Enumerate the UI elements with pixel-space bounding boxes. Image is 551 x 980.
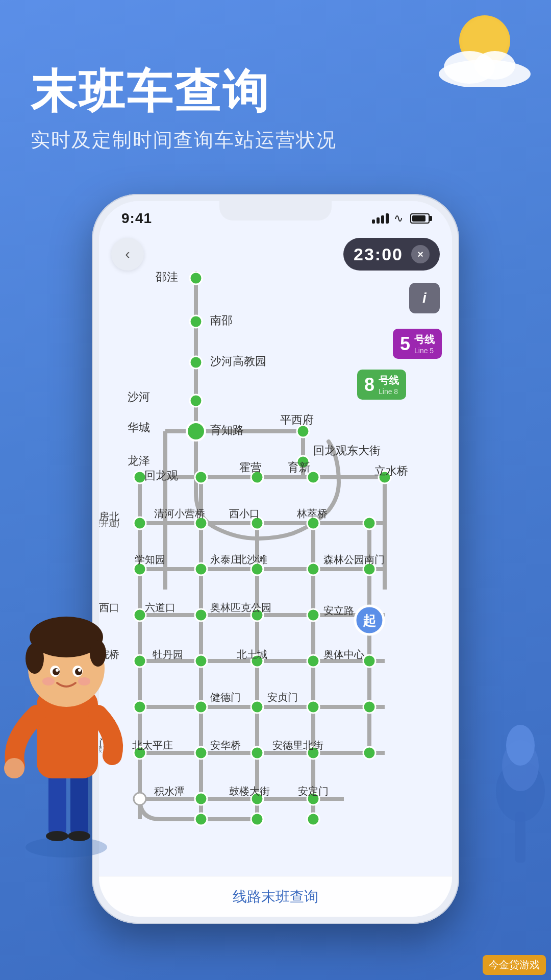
svg-text:安立路: 安立路 [323,605,354,616]
signal-bar-3 [381,215,384,224]
svg-text:西小口: 西小口 [229,508,260,519]
svg-point-94 [251,813,263,825]
svg-text:学知园: 学知园 [135,554,165,565]
status-icons: ∿ [372,212,430,225]
time-display: 23:00 [354,244,403,264]
svg-text:六道口: 六道口 [145,602,176,613]
character-illustration [0,602,133,857]
svg-text:奥体中心: 奥体中心 [323,649,364,660]
svg-point-85 [195,747,207,759]
watermark-text: 今金贷游戏 [489,959,540,970]
signal-bar-2 [377,217,380,224]
svg-point-3 [26,837,107,857]
svg-text:北土城: 北土城 [237,649,267,660]
back-button[interactable]: ‹ [111,238,144,271]
svg-point-89 [134,793,146,805]
line-5-badge[interactable]: 5 号线 Line 5 [393,329,442,359]
svg-point-79 [134,701,146,713]
svg-text:安华桥: 安华桥 [210,740,241,751]
svg-point-49 [187,422,205,440]
line-8-number: 8 [364,374,374,396]
svg-point-68 [195,609,207,621]
svg-text:奥林匹克公园: 奥林匹克公园 [210,602,271,613]
watermark: 今金贷游戏 [483,955,546,975]
svg-point-26 [506,725,535,766]
svg-point-88 [363,747,375,759]
line-5-info: 号线 Line 5 [414,333,435,355]
status-time: 9:41 [121,210,152,227]
svg-point-67 [134,609,146,621]
svg-point-86 [251,747,263,759]
phone-mockup: 9:41 ∿ [92,194,459,924]
svg-point-9 [4,758,24,778]
line-8-badge[interactable]: 8 号线 Line 8 [357,370,406,400]
svg-point-50 [297,425,309,437]
line-8-info: 号线 Line 8 [379,374,399,396]
svg-point-73 [195,655,207,667]
svg-point-48 [190,395,202,407]
line-5-name-zh: 号线 [414,333,435,347]
info-button[interactable]: i [409,283,440,313]
svg-point-53 [195,471,207,483]
svg-rect-4 [48,771,66,837]
svg-text:北太平庄: 北太平庄 [132,740,173,751]
back-icon: ‹ [125,246,130,262]
svg-point-72 [134,655,146,667]
svg-point-76 [363,655,375,667]
svg-text:北沙滩: 北沙滩 [237,554,267,565]
svg-text:育新: 育新 [288,461,310,474]
svg-text:鼓楼大街: 鼓楼大街 [229,786,270,797]
signal-bars [372,213,389,224]
svg-text:平西府: 平西府 [280,413,314,426]
svg-text:(暂缓开通): (暂缓开通) [99,519,119,528]
svg-text:回龙观东大街: 回龙观东大街 [313,444,381,457]
svg-text:安贞门: 安贞门 [267,692,298,703]
svg-point-7 [68,831,90,841]
svg-point-2 [474,51,515,80]
svg-point-63 [195,563,207,575]
svg-point-14 [90,640,106,667]
svg-text:育知路: 育知路 [210,424,244,436]
battery-fill [412,215,425,222]
svg-text:南邵: 南邵 [210,314,233,327]
svg-text:沙河: 沙河 [128,390,150,403]
bottom-label-text: 线路末班查询 [233,887,318,906]
main-title: 末班车查询 [31,66,337,117]
svg-point-81 [251,701,263,713]
svg-point-75 [307,655,319,667]
svg-point-61 [363,517,375,529]
wifi-icon: ∿ [394,212,403,225]
signal-bar-4 [386,213,389,224]
line-8-name-zh: 号线 [379,374,399,387]
svg-point-6 [46,831,68,841]
battery-icon [410,213,430,224]
metro-map-area[interactable]: 起 [99,201,452,917]
svg-point-46 [190,315,202,328]
phone-outer: 9:41 ∿ [92,194,459,924]
svg-point-83 [363,701,375,713]
svg-point-13 [26,643,44,674]
svg-point-70 [307,609,319,621]
svg-text:积水潭: 积水潭 [154,786,185,797]
svg-point-57 [134,517,146,529]
time-badge[interactable]: 23:00 × [343,238,440,271]
close-button[interactable]: × [411,245,430,263]
svg-text:邵洼: 邵洼 [156,271,178,283]
svg-text:沙河高教园: 沙河高教园 [210,355,266,368]
sub-title: 实时及定制时间查询车站运营状况 [31,127,337,153]
svg-point-45 [190,272,202,284]
svg-point-95 [307,813,319,825]
phone-inner: 9:41 ∿ [99,201,452,917]
signal-bar-1 [372,219,375,224]
phone-notch [219,201,332,220]
svg-text:森林公园南门: 森林公园南门 [323,554,385,565]
bottom-label-bar[interactable]: 线路末班查询 [99,876,452,917]
svg-text:华城: 华城 [128,421,150,434]
svg-point-82 [307,701,319,713]
svg-text:回龙观: 回龙观 [144,469,178,482]
svg-text:起: 起 [362,613,377,628]
svg-text:清河小营桥: 清河小营桥 [154,508,205,519]
svg-point-90 [195,793,207,805]
line-5-name-en: Line 5 [414,347,435,355]
header-section: 末班车查询 实时及定制时间查询车站运营状况 [31,66,337,153]
